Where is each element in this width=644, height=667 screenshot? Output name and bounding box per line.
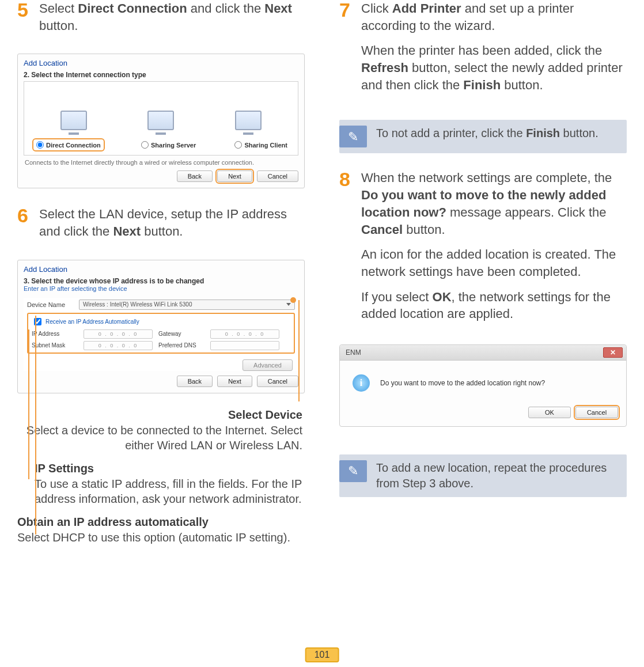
pencil-icon: ✎ (339, 126, 367, 147)
dialog-message: Do you want to move to the added locatio… (380, 379, 545, 387)
wizard-buttons: Back Next Cancel (18, 371, 304, 393)
ip-field[interactable]: 0 . 0 . 0 . 0 (84, 329, 153, 339)
device-row: Device Name Wireless : Intel(R) Wireless… (24, 298, 298, 312)
wizard-body: Device Name Wireless : Intel(R) Wireless… (24, 298, 298, 371)
connection-description: Connects to the Internet directly throug… (18, 156, 304, 166)
radio-input[interactable] (234, 141, 242, 149)
callout-text: To use a static IP address, fill in the … (35, 476, 305, 506)
dns-field[interactable] (210, 341, 279, 350)
gateway-field[interactable]: 0 . 0 . 0 . 0 (210, 329, 279, 339)
ok-button[interactable]: OK (528, 407, 571, 418)
step-number: 5 (17, 0, 32, 42)
wizard-step-title: 3. Select the device whose IP address is… (18, 275, 304, 285)
step-body: When the network settings are complete, … (361, 169, 627, 331)
subnet-label: Subnet Mask (32, 342, 78, 348)
step-body: Select the LAN device, setup the IP addr… (39, 206, 305, 248)
step-number: 7 (339, 0, 354, 101)
info-icon: i (353, 374, 370, 392)
connection-diagram (30, 90, 292, 135)
dns-label: Preferred DNS (158, 342, 204, 348)
enm-dialog: ENM ✕ i Do you want to move to the added… (339, 344, 627, 427)
step-text: Select the LAN device, setup the IP addr… (39, 206, 305, 240)
device-value: Wireless : Intel(R) Wireless WiFi Link 5… (83, 301, 192, 308)
callout-marker-icon (290, 297, 296, 303)
callout-line-icon (35, 316, 36, 535)
close-button[interactable]: ✕ (603, 347, 623, 358)
callout-title: Select Device (17, 408, 302, 422)
callout-auto-ip: Obtain an IP address automatically Selec… (17, 516, 305, 545)
step-body: Select Direct Connection and click the N… (39, 0, 305, 42)
back-button[interactable]: Back (177, 170, 213, 182)
back-button[interactable]: Back (177, 376, 213, 387)
device-icon (60, 111, 87, 135)
wizard-body: Direct Connection Sharing Server Sharing… (24, 81, 298, 156)
radio-input[interactable] (141, 141, 149, 149)
pencil-icon: ✎ (339, 460, 367, 482)
radio-label: Direct Connection (46, 142, 101, 149)
dialog-buttons: OK Cancel (340, 396, 626, 426)
advanced-button[interactable]: Advanced (243, 359, 293, 371)
close-icon: ✕ (610, 348, 616, 357)
wizard-buttons: Back Next Cancel (18, 166, 304, 188)
auto-ip-checkbox[interactable]: Receive an IP Address Automatically (32, 316, 290, 327)
radio-input[interactable] (36, 141, 44, 149)
step-text: If you select OK, the network settings f… (361, 289, 627, 323)
note-repeat: ✎ To add a new location, repeat the proc… (339, 454, 627, 497)
note-text: To add a new location, repeat the proced… (376, 460, 619, 491)
device-select[interactable]: Wireless : Intel(R) Wireless WiFi Link 5… (79, 300, 295, 310)
callout-text: Select a device to be connected to the I… (17, 423, 302, 453)
step-text: When the network settings are complete, … (361, 169, 627, 238)
cancel-button[interactable]: Cancel (257, 170, 298, 182)
device-icon (147, 111, 174, 135)
wizard-step-title: 2. Select the Internet connection type (18, 69, 304, 79)
radio-sharing-server[interactable]: Sharing Server (141, 141, 196, 149)
dialog-title: ENM (343, 348, 361, 357)
cancel-button[interactable]: Cancel (575, 407, 618, 418)
subnet-field[interactable]: 0 . 0 . 0 . 0 (84, 341, 153, 350)
callout-text: Select DHCP to use this option (automati… (17, 530, 305, 545)
step-5: 5 Select Direct Connection and click the… (17, 0, 305, 42)
next-button[interactable]: Next (217, 170, 252, 182)
device-icon (235, 111, 262, 135)
callout-select-device: Select Device Select a device to be conn… (17, 408, 305, 453)
step-7: 7 Click Add Printer and set up a printer… (339, 0, 627, 101)
checkbox-label: Receive an IP Address Automatically (46, 319, 139, 325)
dialog-titlebar: ENM ✕ (340, 345, 626, 361)
right-column: 7 Click Add Printer and set up a printer… (339, 0, 627, 554)
step-6: 6 Select the LAN device, setup the IP ad… (17, 206, 305, 248)
radio-label: Sharing Client (244, 142, 287, 149)
ip-settings-highlight: Receive an IP Address Automatically IP A… (27, 313, 295, 354)
ip-label: IP Address (32, 331, 78, 337)
radio-sharing-client[interactable]: Sharing Client (234, 141, 287, 149)
cancel-button[interactable]: Cancel (257, 376, 298, 387)
connection-type-radios: Direct Connection Sharing Server Sharing… (30, 141, 292, 149)
step-text: Select Direct Connection and click the N… (39, 0, 305, 34)
callout-line-icon (28, 329, 29, 479)
page-number: 101 (305, 647, 339, 662)
note-text: To not add a printer, click the Finish b… (376, 126, 598, 141)
left-column: 5 Select Direct Connection and click the… (17, 0, 305, 554)
step-text: An icon for the added location is create… (361, 246, 627, 280)
step-number: 8 (339, 169, 354, 331)
add-location-wizard-step2: Add Location 2. Select the Internet conn… (17, 54, 305, 188)
next-button[interactable]: Next (217, 376, 252, 387)
step-number: 6 (17, 206, 32, 248)
mock2-callouts: Select Device Select a device to be conn… (17, 408, 305, 554)
device-label: Device Name (27, 301, 73, 308)
add-location-wizard-step3: Add Location 3. Select the device whose … (17, 260, 305, 393)
radio-direct-connection[interactable]: Direct Connection (35, 141, 103, 149)
window-title: Add Location (18, 54, 304, 69)
dialog-body: i Do you want to move to the added locat… (340, 361, 626, 396)
wizard-subtitle: Enter an IP after selecting the device (18, 285, 304, 295)
step-text: Click Add Printer and set up a printer a… (361, 0, 627, 34)
chevron-down-icon (286, 303, 291, 306)
gateway-label: Gateway (158, 331, 204, 337)
callout-ip-settings: IP Settings To use a static IP address, … (17, 462, 305, 506)
callout-title: Obtain an IP address automatically (17, 516, 305, 529)
window-title: Add Location (18, 260, 304, 275)
callout-title: IP Settings (35, 462, 305, 475)
step-8: 8 When the network settings are complete… (339, 169, 627, 331)
radio-label: Sharing Server (151, 142, 196, 149)
note-finish: ✎ To not add a printer, click the Finish… (339, 120, 627, 153)
step-body: Click Add Printer and set up a printer a… (361, 0, 627, 101)
